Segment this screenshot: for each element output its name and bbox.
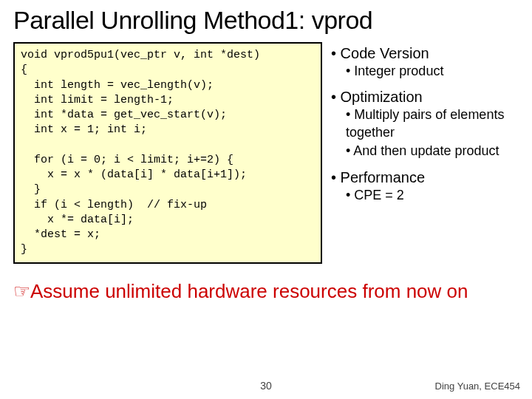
bullet-label: Code Version: [341, 45, 429, 61]
bullet-label: Optimization: [341, 89, 423, 105]
assume-text: Assume unlimited hardware resources from…: [30, 280, 468, 302]
slide: Parallel Unrolling Method1: vprod void v…: [0, 0, 532, 399]
slide-title: Parallel Unrolling Method1: vprod: [13, 6, 519, 35]
page-number: 30: [260, 380, 272, 392]
bullet-sub: Multiply pairs of elements together: [346, 106, 519, 141]
bullet-performance: Performance CPE = 2: [331, 168, 519, 204]
assume-note: ☞Assume unlimited hardware resources fro…: [13, 280, 519, 303]
bullet-sub: Integer product: [346, 63, 519, 80]
code-block: void vprod5pu1(vec_ptr v, int *dest) { i…: [13, 42, 322, 264]
bullet-sub: CPE = 2: [346, 187, 519, 204]
pointing-hand-icon: ☞: [13, 280, 30, 302]
bullet-optimization: Optimization Multiply pairs of elements …: [331, 87, 519, 160]
bullet-label: Performance: [341, 169, 426, 185]
footer-text: Ding Yuan, ECE454: [435, 381, 520, 392]
bullet-code-version: Code Version Integer product: [331, 44, 519, 80]
content-row: void vprod5pu1(vec_ptr v, int *dest) { i…: [13, 42, 519, 264]
bullet-panel: Code Version Integer product Optimizatio…: [331, 42, 519, 264]
bullet-sub: And then update product: [346, 143, 519, 160]
